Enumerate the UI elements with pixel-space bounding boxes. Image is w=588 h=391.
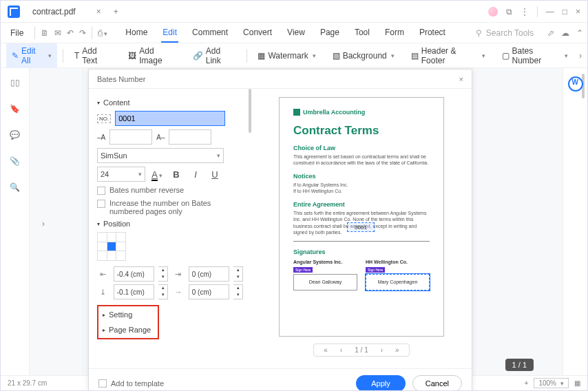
chevron-down-icon: ▾ — [391, 52, 395, 59]
spinner[interactable] — [233, 266, 243, 282]
minimize-button[interactable]: ― — [546, 7, 554, 17]
collapse-icon[interactable]: ⌃ — [576, 28, 583, 38]
underline-button[interactable]: U — [207, 167, 222, 182]
pos-tl[interactable] — [98, 233, 107, 242]
cancel-button[interactable]: Cancel — [412, 375, 462, 392]
zoom-out-button[interactable]: + — [525, 379, 529, 387]
add-to-template-checkbox[interactable]: Add to template — [98, 379, 164, 388]
background-button[interactable]: ▧ Background ▾ — [327, 48, 400, 63]
tab-edit[interactable]: Edit — [161, 23, 178, 43]
pos-mc[interactable] — [107, 242, 116, 251]
expand-panel-icon[interactable]: › — [42, 219, 45, 229]
search-tools[interactable]: ⚲ Search Tools — [476, 28, 534, 38]
header-footer-button[interactable]: ▤ Header & Footer ▾ — [406, 43, 491, 68]
search-panel-icon[interactable]: 🔍 — [10, 182, 20, 192]
open-icon[interactable]: ⬀ — [547, 28, 554, 38]
offset-x2-input[interactable]: 0 (cm) — [189, 266, 229, 282]
tab-home[interactable]: Home — [124, 23, 149, 43]
dialog-close-button[interactable]: × — [459, 75, 463, 83]
offset-y2-input[interactable]: 0 (cm) — [189, 284, 229, 299]
bates-reverse-checkbox[interactable]: Bates number reverse — [97, 186, 243, 195]
account-icon[interactable] — [488, 7, 498, 17]
add-image-button[interactable]: 🖼 Add Image — [123, 43, 182, 68]
bookmark-icon[interactable]: 🔖 — [10, 104, 20, 114]
bates-number-button[interactable]: ▢ Bates Number ▾ — [496, 43, 574, 68]
tab-comment[interactable]: Comment — [191, 23, 229, 43]
nav-prev-icon[interactable]: ‹ — [340, 346, 342, 354]
pos-br[interactable] — [116, 251, 125, 260]
new-tab-button[interactable]: + — [114, 7, 118, 17]
tab-page[interactable]: Page — [319, 23, 341, 43]
offset-x2-icon: ⇥ — [172, 268, 185, 280]
comment-panel-icon[interactable]: 💬 — [10, 130, 20, 140]
pos-bc[interactable] — [107, 251, 116, 260]
redo-icon[interactable]: ↷ — [79, 28, 86, 38]
italic-button[interactable]: I — [188, 167, 203, 182]
add-text-button[interactable]: T Add Text — [69, 43, 117, 68]
offset-y-input[interactable]: -0.1 (cm) — [114, 284, 154, 299]
link-icon: 🔗 — [193, 51, 203, 61]
suffix-input[interactable] — [169, 129, 211, 145]
preview-company-logo: Umbrella Accounting — [293, 109, 430, 116]
save-icon[interactable]: 🗎 — [41, 28, 49, 38]
scrollbar[interactable] — [249, 89, 251, 133]
increase-only-checkbox[interactable]: Increase the number on Bates numbered pa… — [97, 199, 243, 215]
tab-protect[interactable]: Protect — [418, 23, 447, 43]
font-select[interactable]: SimSun ▾ — [97, 148, 224, 163]
document-tab[interactable]: contract.pdf × — [25, 3, 108, 21]
nav-first-icon[interactable]: « — [324, 346, 328, 354]
font-color-button[interactable]: A▾ — [149, 167, 165, 182]
spinner[interactable] — [158, 284, 168, 299]
background-icon: ▧ — [333, 51, 340, 61]
sig1-box: Dean Galloway — [293, 274, 357, 290]
add-link-button[interactable]: 🔗 Add Link — [187, 43, 241, 68]
sig2-header: HH Wellington Co. — [366, 260, 430, 264]
apply-button[interactable]: Apply — [356, 375, 406, 392]
pos-bl[interactable] — [98, 251, 107, 260]
file-menu[interactable]: File — [5, 27, 29, 39]
share-icon[interactable]: ⧉ — [506, 7, 512, 17]
prefix-input[interactable] — [109, 129, 152, 145]
mail-icon[interactable]: ✉ — [54, 28, 61, 38]
start-number-input[interactable] — [115, 111, 225, 126]
nav-last-icon[interactable]: » — [395, 346, 399, 354]
watermark-button[interactable]: ▦ Watermark ▾ — [252, 48, 321, 63]
fit-page-icon[interactable]: ▦ — [574, 379, 580, 387]
thumbnails-icon[interactable]: ▯▯ — [10, 78, 20, 87]
nav-next-icon[interactable]: › — [381, 346, 383, 354]
tab-form[interactable]: Form — [384, 23, 406, 43]
tab-convert[interactable]: Convert — [242, 23, 273, 43]
tab-tool[interactable]: Tool — [353, 23, 371, 43]
spinner[interactable] — [233, 284, 243, 299]
spinner[interactable] — [158, 266, 168, 282]
toolbar-overflow-icon[interactable]: › — [579, 51, 582, 61]
position-section-header[interactable]: ▾ Position — [97, 220, 243, 228]
pos-ml[interactable] — [98, 242, 107, 251]
word-export-icon[interactable] — [568, 76, 583, 92]
bold-button[interactable]: B — [169, 167, 184, 182]
content-section-header[interactable]: ▾ Content — [97, 98, 243, 107]
bates-preview-box[interactable]: 0001 — [347, 222, 375, 232]
undo-icon[interactable]: ↶ — [67, 28, 74, 38]
font-size-select[interactable]: 24 ▾ — [97, 167, 145, 182]
maximize-button[interactable]: □ — [563, 7, 567, 17]
zoom-select[interactable]: 100% ▾ — [534, 378, 569, 388]
text-icon: T — [74, 51, 79, 61]
bates-reverse-label: Bates number reverse — [109, 186, 184, 194]
print-icon[interactable]: ⎙▾ — [98, 28, 107, 38]
setting-section-header[interactable]: ▸ Setting — [103, 310, 154, 319]
offset-x-input[interactable]: -0.4 (cm) — [114, 266, 154, 282]
tab-view[interactable]: View — [286, 23, 306, 43]
increase-only-label: Increase the number on Bates numbered pa… — [109, 199, 243, 215]
pos-tc[interactable] — [107, 233, 116, 242]
more-icon[interactable]: ⋮ — [521, 7, 529, 17]
content-label: Content — [103, 98, 130, 107]
page-range-section-header[interactable]: ▸ Page Range — [103, 326, 154, 334]
cloud-icon[interactable]: ☁ — [561, 28, 569, 38]
close-window-button[interactable]: × — [576, 7, 580, 17]
pos-mr[interactable] — [116, 242, 125, 251]
attachment-icon[interactable]: 📎 — [10, 156, 20, 166]
pos-tr[interactable] — [116, 233, 125, 242]
edit-all-button[interactable]: ✎ Edit All ▾ — [6, 43, 57, 68]
close-tab-icon[interactable]: × — [96, 7, 101, 17]
